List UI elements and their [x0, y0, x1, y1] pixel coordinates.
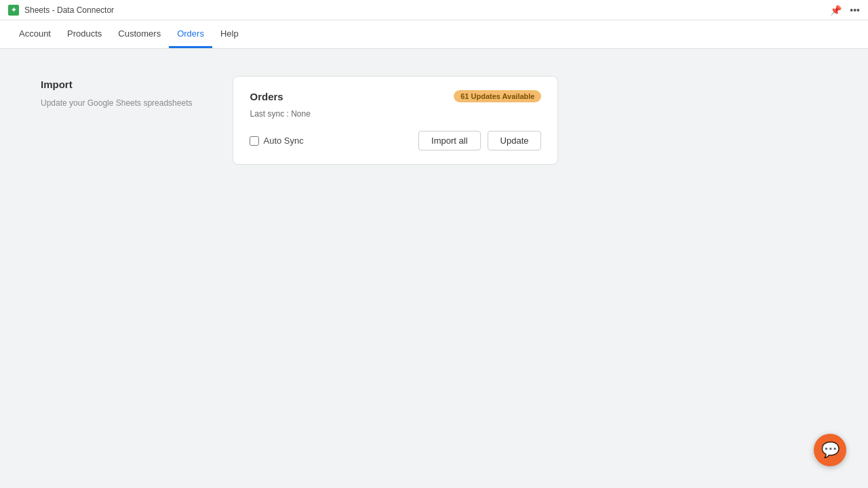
window-title: Sheets - Data Connector: [24, 5, 114, 15]
import-section: Import Update your Google Sheets spreads…: [41, 76, 192, 165]
updates-badge: 61 Updates Available: [454, 90, 541, 102]
orders-card-header: Orders 61 Updates Available: [250, 90, 541, 102]
auto-sync-label[interactable]: Auto Sync: [263, 136, 303, 146]
update-button[interactable]: Update: [488, 131, 542, 150]
nav-orders[interactable]: Orders: [169, 20, 212, 48]
card-buttons: Import all Update: [418, 131, 541, 150]
nav-help[interactable]: Help: [212, 20, 247, 48]
title-bar-right: 📌 •••: [830, 5, 860, 16]
chat-button[interactable]: 💬: [814, 434, 846, 466]
nav-bar: Account Products Customers Orders Help: [0, 20, 868, 49]
auto-sync-wrapper: Auto Sync: [250, 136, 303, 146]
chat-icon: 💬: [821, 441, 840, 459]
app-icon-letter: ✦: [11, 7, 16, 14]
last-sync-text: Last sync : None: [250, 109, 541, 119]
nav-account[interactable]: Account: [11, 20, 59, 48]
import-description: Update your Google Sheets spreadsheets: [41, 97, 192, 109]
import-title: Import: [41, 79, 192, 90]
orders-title: Orders: [250, 91, 283, 102]
auto-sync-checkbox[interactable]: [250, 136, 259, 146]
orders-card-footer: Auto Sync Import all Update: [250, 131, 541, 150]
nav-customers[interactable]: Customers: [110, 20, 169, 48]
import-all-button[interactable]: Import all: [418, 131, 480, 150]
main-content: Import Update your Google Sheets spreads…: [0, 49, 868, 192]
app-icon: ✦: [8, 5, 19, 16]
more-icon[interactable]: •••: [850, 5, 860, 16]
nav-products[interactable]: Products: [59, 20, 110, 48]
orders-card: Orders 61 Updates Available Last sync : …: [233, 76, 558, 165]
title-bar-left: ✦ Sheets - Data Connector: [8, 5, 114, 16]
title-bar: ✦ Sheets - Data Connector 📌 •••: [0, 0, 868, 20]
pin-icon[interactable]: 📌: [830, 5, 842, 16]
